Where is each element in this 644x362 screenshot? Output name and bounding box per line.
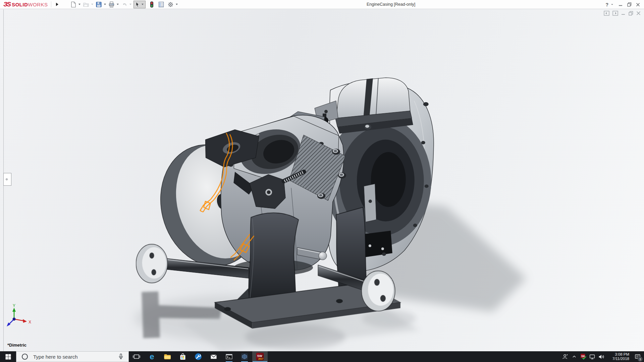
cortana-icon <box>21 353 29 360</box>
graphics-viewport[interactable]: Y X *Dimetric <box>0 9 644 351</box>
help-dropdown[interactable] <box>611 4 613 5</box>
document-window-controls <box>604 11 641 16</box>
reference-triad: Y X <box>4 303 34 335</box>
volume-tray-button[interactable] <box>597 351 606 362</box>
window-minimize-button[interactable] <box>617 1 624 8</box>
modeling-app-button[interactable] <box>237 351 252 362</box>
windows-logo-icon <box>5 354 11 360</box>
network-tray-button[interactable] <box>588 351 597 362</box>
quick-access-toolbar <box>70 0 179 8</box>
document-restore-button[interactable] <box>629 11 633 16</box>
triad-origin <box>13 318 16 321</box>
solidworks-tray-button[interactable]: SW <box>579 351 588 362</box>
tray-overflow-button[interactable] <box>570 351 579 362</box>
print-icon <box>108 1 115 8</box>
file-properties-button[interactable] <box>158 0 165 8</box>
options-button[interactable] <box>167 0 174 8</box>
svg-text:SW: SW <box>581 355 585 357</box>
svg-text:2017: 2017 <box>258 358 263 360</box>
open-icon <box>83 1 89 8</box>
toolbar-separator <box>51 1 51 7</box>
select-dropdown[interactable] <box>142 4 144 5</box>
clock-time: 3:08 PM <box>608 352 629 357</box>
open-button[interactable] <box>83 0 90 8</box>
print-dropdown[interactable] <box>117 4 119 5</box>
speaker-icon <box>598 353 605 360</box>
modeling-app-icon <box>240 353 249 361</box>
solidworks-logo-mark: ЗS <box>3 1 10 8</box>
action-center-button[interactable]: 3 <box>632 351 643 362</box>
mail-button[interactable] <box>206 351 221 362</box>
document-close-button[interactable] <box>636 11 641 15</box>
chevron-up-icon <box>571 353 578 360</box>
people-tray-button[interactable] <box>560 351 570 362</box>
view-orientation-label: *Dimetric <box>7 343 26 348</box>
start-button[interactable] <box>0 351 16 362</box>
edge-button[interactable]: e <box>144 351 160 362</box>
minimize-icon <box>619 3 623 7</box>
save-icon <box>96 1 102 8</box>
select-cursor-icon <box>134 1 141 8</box>
pane-right-button[interactable] <box>612 11 618 16</box>
file-explorer-button[interactable] <box>160 351 175 362</box>
microsoft-store-icon <box>179 353 187 361</box>
help-button[interactable]: ? <box>605 2 608 7</box>
menu-expand-arrow-icon[interactable] <box>56 3 58 6</box>
solidworks-logo: ЗS SOLID WORKS <box>3 1 48 8</box>
search-input[interactable]: Type here to search <box>16 351 129 362</box>
file-properties-icon <box>158 1 164 8</box>
microphone-icon[interactable] <box>117 353 124 360</box>
taskbar-clock[interactable]: 3:08 PM 7/11/2018 <box>608 352 629 361</box>
taskbar-app-icons: e <box>129 351 268 362</box>
solidworks-window: ЗS SOLID WORKS <box>0 0 644 362</box>
open-dropdown[interactable] <box>91 4 93 5</box>
solidworks-logo-solid: SOLID <box>12 2 28 7</box>
new-document-icon <box>70 1 76 8</box>
windows-taskbar: Type here to search e <box>0 351 644 362</box>
new-document-button[interactable] <box>70 0 77 8</box>
y-axis-arrow <box>12 308 16 312</box>
clock-date: 7/11/2018 <box>608 357 629 361</box>
save-button[interactable] <box>95 0 102 8</box>
triad-x-label: X <box>29 320 31 324</box>
solidworks-logo-works: WORKS <box>28 2 48 7</box>
task-view-icon <box>132 353 141 361</box>
triad-y-label: Y <box>13 303 15 308</box>
mail-icon <box>210 353 218 361</box>
solidworks-2017-icon: SW 2017 <box>256 353 264 361</box>
select-tool-pressed[interactable] <box>133 1 146 8</box>
search-placeholder: Type here to search <box>33 354 117 360</box>
wrench-circle-icon <box>194 353 202 361</box>
new-document-dropdown[interactable] <box>78 4 80 5</box>
options-gear-icon <box>167 1 174 8</box>
solidworks-taskbar-button[interactable]: SW 2017 <box>252 351 268 362</box>
undo-button[interactable] <box>121 0 128 8</box>
save-dropdown[interactable] <box>104 4 106 5</box>
pane-left-button[interactable] <box>604 11 609 16</box>
title-bar: ЗS SOLID WORKS <box>0 0 644 9</box>
window-restore-button[interactable] <box>626 1 633 8</box>
close-icon <box>636 3 640 7</box>
undo-icon <box>121 1 127 8</box>
command-prompt-button[interactable] <box>221 351 237 362</box>
system-tray: SW 3:08 PM 7/11/2018 <box>560 351 644 362</box>
microsoft-store-button[interactable] <box>175 351 191 362</box>
people-icon <box>561 353 569 360</box>
edge-icon: e <box>150 353 154 361</box>
command-prompt-icon <box>225 353 233 361</box>
notification-count-badge: 3 <box>638 357 643 362</box>
window-close-button[interactable] <box>635 1 641 8</box>
svg-text:SW: SW <box>257 354 262 358</box>
rebuild-button[interactable] <box>148 0 155 8</box>
undo-dropdown[interactable] <box>129 4 131 5</box>
document-minimize-button[interactable] <box>621 11 626 15</box>
options-dropdown[interactable] <box>176 4 178 5</box>
x-axis-arrow <box>23 319 27 323</box>
print-button[interactable] <box>108 0 115 8</box>
settings-tool-button[interactable] <box>191 351 206 362</box>
network-icon <box>589 353 596 360</box>
task-view-button[interactable] <box>129 351 144 362</box>
solidworks-check-tray-icon: SW <box>579 353 587 361</box>
restore-icon <box>627 2 632 7</box>
engine-casing-model[interactable] <box>0 9 644 351</box>
